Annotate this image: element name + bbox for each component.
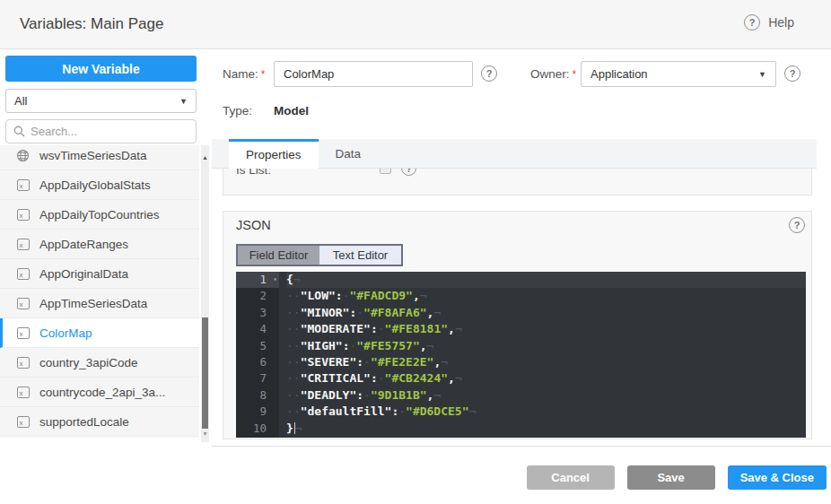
search-input[interactable]: Search... <box>5 119 197 143</box>
json-section: JSON ? Field EditorText Editor 1▾2345678… <box>223 211 812 439</box>
variable-name: wsvTimeSeriesData <box>39 149 147 162</box>
name-label: Name:* <box>223 61 265 88</box>
line-number: 1▾ <box>236 272 279 288</box>
chevron-down-icon: ▼ <box>179 97 188 106</box>
variable-name: AppTimeSeriesData <box>39 297 147 310</box>
search-icon <box>13 126 25 137</box>
variable-icon: x <box>16 326 30 340</box>
json-code-editor[interactable]: 1▾2345678910 {¬··"LOW":·"#FADCD9",¬··"MI… <box>236 272 806 438</box>
editor-gutter: 1▾2345678910 <box>236 272 279 438</box>
variable-list-item[interactable]: xAppOriginalData <box>0 259 199 289</box>
cancel-button[interactable]: Cancel <box>527 465 615 490</box>
line-number: 4 <box>236 321 279 337</box>
type-value: Model <box>274 101 309 121</box>
line-number: 5 <box>236 338 279 354</box>
scroll-down-icon[interactable]: ▼ <box>201 430 209 437</box>
text-editor-button[interactable]: Text Editor <box>319 246 401 265</box>
tab-properties[interactable]: Properties <box>229 139 319 169</box>
code-line: ··"CRITICAL":·"#CB2424",¬ <box>286 370 806 387</box>
help-button[interactable]: ? Help <box>744 14 794 30</box>
variable-name: AppOriginalData <box>39 267 128 281</box>
help-icon: ? <box>744 14 760 30</box>
code-line: ··"MINOR":·"#F8AFA6",¬ <box>286 305 806 321</box>
editor-panel: Name:* ? Owner:* Application ▼ ? Type: M… <box>212 50 831 446</box>
save-button[interactable]: Save <box>627 465 715 490</box>
variable-icon: x <box>16 238 30 251</box>
variable-name: AppDateRanges <box>39 238 128 251</box>
sidebar: New Variable All ▼ Search... wsvTimeSeri… <box>0 50 212 504</box>
variable-list-item[interactable]: xAppDateRanges <box>0 230 199 259</box>
line-number: 10 <box>236 421 279 437</box>
variable-list-item[interactable]: xcountrycode_2api_3a... <box>0 378 199 407</box>
chevron-down-icon: ▼ <box>758 70 766 79</box>
owner-selected-value: Application <box>590 67 648 81</box>
variable-list-item[interactable]: xcountry_3apiCode <box>0 348 199 378</box>
search-placeholder: Search... <box>31 125 77 138</box>
type-label: Type: <box>223 101 252 121</box>
variables-dialog: Variables: Main Page ? Help New Variable… <box>0 0 831 504</box>
code-line: ··"DEADLY":·"9D1B1B",¬ <box>286 387 806 404</box>
variable-list-item[interactable]: xColorMap <box>0 318 199 348</box>
variable-icon: x <box>16 386 30 399</box>
variable-filter-select[interactable]: All ▼ <box>5 89 197 113</box>
json-section-title: JSON <box>236 218 271 232</box>
code-line: ··"defaultFill":·"#D6DCE5"¬ <box>286 404 806 420</box>
name-help-icon[interactable]: ? <box>481 65 497 82</box>
editor-code[interactable]: {¬··"LOW":·"#FADCD9",¬··"MINOR":·"#F8AFA… <box>279 272 806 438</box>
variable-name: AppDailyTopCountries <box>39 208 160 222</box>
variable-list-item[interactable]: xsupportedLocale <box>0 407 199 437</box>
code-line: ··"SEVERE":·"#FE2E2E",¬ <box>286 354 806 370</box>
variable-icon: x <box>16 267 30 281</box>
globe-icon <box>16 149 30 162</box>
tab-bar: PropertiesData <box>212 139 817 169</box>
required-asterisk: * <box>573 68 577 81</box>
code-line: }¬ <box>286 421 806 437</box>
code-line: ··"LOW":·"#FADCD9",¬ <box>286 288 806 304</box>
required-asterisk: * <box>261 68 266 81</box>
variable-name: ColorMap <box>39 326 92 340</box>
variable-icon: x <box>16 356 30 369</box>
variable-list-item[interactable]: xAppDailyGlobalStats <box>0 170 199 200</box>
tab-data[interactable]: Data <box>319 139 379 169</box>
variable-icon: x <box>16 178 30 192</box>
line-number: 3 <box>236 305 279 321</box>
owner-label: Owner:* <box>530 61 576 88</box>
save-close-button[interactable]: Save & Close <box>728 465 827 490</box>
variable-icon: x <box>16 297 30 310</box>
variable-list-item[interactable]: xAppTimeSeriesData <box>0 289 199 318</box>
sidebar-scrollbar[interactable]: ▲ ▼ <box>201 145 209 442</box>
page-title: Variables: Main Page <box>20 15 163 33</box>
dialog-footer: CancelSaveSave & Close <box>212 446 831 504</box>
dialog-header: Variables: Main Page ? Help <box>0 0 831 49</box>
new-variable-button[interactable]: New Variable <box>5 56 197 82</box>
is-list-help-icon[interactable]: ? <box>401 169 416 176</box>
line-number: 7 <box>236 370 279 387</box>
line-number: 8 <box>236 387 279 404</box>
variable-name: AppDailyGlobalStats <box>39 178 151 192</box>
json-help-icon[interactable]: ? <box>789 217 805 233</box>
name-field[interactable] <box>274 61 473 87</box>
variable-list-item[interactable]: wsvTimeSeriesData <box>0 145 199 170</box>
variable-icon: x <box>16 208 30 222</box>
code-line: {¬ <box>286 272 806 288</box>
line-number: 6 <box>236 354 279 370</box>
code-line: ··"HIGH":·"#FE5757",¬ <box>286 338 806 354</box>
variable-name: supportedLocale <box>39 415 129 429</box>
field-editor-button[interactable]: Field Editor <box>238 246 319 265</box>
help-label: Help <box>768 15 794 30</box>
is-list-checkbox[interactable] <box>380 169 391 174</box>
owner-help-icon[interactable]: ? <box>784 65 800 82</box>
variable-name: country_3apiCode <box>39 356 138 369</box>
variable-list-item[interactable]: xAppDailyTopCountries <box>0 200 199 230</box>
line-number: 9 <box>236 404 279 420</box>
scroll-up-icon[interactable]: ▲ <box>201 154 209 161</box>
fold-arrow-icon[interactable]: ▾ <box>273 272 277 288</box>
editor-mode-toggle: Field EditorText Editor <box>236 244 403 266</box>
is-list-panel: Is List: ? <box>223 169 812 196</box>
owner-select[interactable]: Application ▼ <box>581 61 776 87</box>
line-number: 2 <box>236 288 279 304</box>
filter-selected-value: All <box>14 94 27 108</box>
variable-icon: x <box>16 415 30 429</box>
code-line: ··"MODERATE":·"#FE8181",¬ <box>286 321 806 337</box>
scrollbar-thumb[interactable] <box>202 317 208 429</box>
